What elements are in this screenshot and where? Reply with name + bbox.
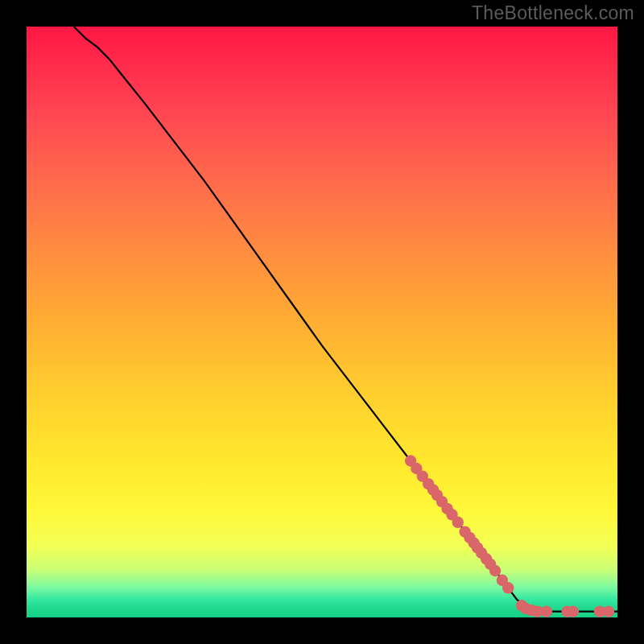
gradient-background <box>27 27 617 617</box>
watermark-text: TheBottleneck.com <box>472 2 634 24</box>
chart-frame: TheBottleneck.com <box>0 0 644 644</box>
